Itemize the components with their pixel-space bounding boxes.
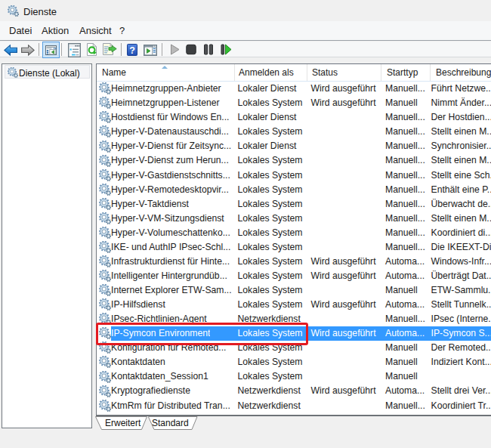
svg-text:?: ? [129, 45, 135, 55]
